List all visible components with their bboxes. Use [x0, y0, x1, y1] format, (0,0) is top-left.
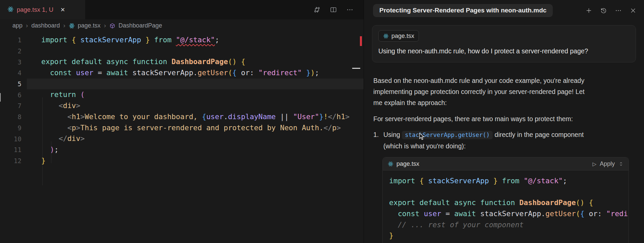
code-token: .: [224, 112, 228, 121]
code-token: div: [63, 101, 76, 110]
chat-header: Protecting Server-Rendered Pages with ne…: [364, 0, 644, 21]
line-number: 6: [0, 91, 21, 99]
activity-bar-indicator: [0, 93, 1, 102]
code-line: // ... rest of your component: [389, 220, 629, 231]
code-token: This page is server-rendered and protect…: [80, 124, 324, 132]
code-token: =: [93, 68, 106, 77]
code-token: user: [424, 209, 441, 218]
line-number: 7: [0, 102, 21, 109]
apply-button[interactable]: Apply: [600, 158, 615, 169]
code-token: p: [332, 124, 336, 132]
breadcrumb: app › dashboard › page.tsx › DashboardPa…: [0, 19, 364, 32]
code-token: >: [76, 101, 80, 110]
response-paragraph: For server-rendered pages, there are two…: [373, 113, 601, 125]
code-token: export default async function: [389, 198, 519, 207]
code-token: [389, 209, 398, 218]
chat-title-tab[interactable]: Protecting Server-Rendered Pages with ne…: [373, 4, 553, 17]
code-token: (: [80, 90, 85, 99]
line-number: 11: [0, 146, 21, 153]
expand-icon[interactable]: [618, 161, 624, 167]
code-token: {: [232, 68, 237, 77]
code-line: 3export default async function Dashboard…: [0, 56, 364, 67]
code-token: [424, 177, 428, 185]
list-marker: 1.: [373, 129, 383, 152]
line-number: 12: [0, 157, 21, 164]
line-number: 10: [0, 135, 21, 143]
code-line: 10 </div>: [0, 133, 364, 144]
code-token: !: [323, 112, 328, 121]
attached-file-label: page.tsx: [391, 33, 414, 40]
code-token: div: [67, 134, 80, 143]
breadcrumb-dashboard[interactable]: dashboard: [31, 22, 60, 29]
code-token: =: [441, 209, 454, 218]
chat-conversation[interactable]: page.tsx Using the neon-auth.mdc rule, h…: [364, 21, 644, 243]
code-token: p: [72, 124, 76, 132]
history-icon[interactable]: [600, 7, 607, 14]
chat-pane: Protecting Server-Rendered Pages with ne…: [364, 0, 644, 243]
new-chat-icon[interactable]: [585, 7, 592, 14]
code-token: import: [389, 177, 420, 185]
code-token: "redir: [606, 209, 629, 218]
code-line: 1import { stackServerApp } from "@/stack…: [0, 35, 364, 46]
symbol-cube-icon: [109, 22, 115, 29]
breadcrumb-separator: ›: [63, 22, 65, 30]
more-options-icon[interactable]: [615, 7, 622, 14]
code-token: h1: [336, 112, 345, 121]
code-token: ;: [315, 68, 319, 77]
breadcrumb-separator: ›: [104, 22, 106, 30]
code-token: (: [576, 209, 580, 218]
code-token: {: [72, 36, 76, 44]
tab-page-tsx[interactable]: page.tsx 1, U ✕: [0, 0, 85, 19]
code-token: <: [59, 101, 63, 110]
open-changes-icon[interactable]: [313, 6, 321, 13]
numbered-list-item: 1. Using stackServerApp.getUser() direct…: [373, 129, 601, 152]
code-editor[interactable]: 1import { stackServerApp } from "@/stack…: [0, 32, 364, 166]
tab-label: page.tsx 1, U: [17, 6, 53, 13]
code-token: >: [76, 124, 80, 132]
code-token: await: [454, 209, 480, 218]
code-token: (: [228, 68, 232, 77]
assistant-response: Based on the neon-auth.mdc rule and your…: [364, 62, 644, 243]
code-token: [41, 112, 67, 121]
split-editor-icon[interactable]: [330, 6, 337, 13]
code-token: ): [311, 68, 315, 77]
code-token: getUser: [545, 209, 576, 218]
code-token: }: [319, 112, 324, 121]
breadcrumb-app[interactable]: app: [12, 22, 22, 29]
code-token: {: [580, 209, 585, 218]
code-block-filename: page.tsx: [396, 158, 419, 169]
code-token: [76, 36, 80, 44]
code-token: [41, 68, 50, 77]
code-token: from: [498, 177, 524, 185]
breadcrumb-separator: ›: [25, 22, 28, 30]
code-token: or:: [237, 68, 259, 77]
code-token: </: [328, 112, 336, 121]
code-token: // ... rest of your component: [398, 221, 524, 229]
tab-bar: page.tsx 1, U ✕: [0, 0, 364, 19]
code-token: stackServerApp.: [480, 209, 545, 218]
breadcrumb-symbol[interactable]: DashboardPage: [118, 22, 162, 29]
code-token: h1: [72, 112, 80, 121]
code-line: [389, 187, 629, 198]
code-token: getUser: [198, 68, 228, 77]
overview-ruler-error-mark: [360, 36, 362, 46]
react-file-icon: [388, 161, 393, 167]
more-actions-icon[interactable]: [346, 6, 354, 13]
close-panel-icon[interactable]: [630, 7, 637, 14]
code-line: 12}: [0, 155, 364, 166]
attached-file-chip[interactable]: page.tsx: [378, 30, 419, 42]
breadcrumb-file[interactable]: page.tsx: [78, 22, 101, 29]
list-content: Using stackServerApp.getUser() directly …: [383, 129, 601, 152]
code-token: stackServerApp: [428, 177, 489, 185]
code-line: 11 );: [0, 144, 364, 155]
code-token: >: [345, 112, 350, 121]
code-token: "@/stack": [176, 36, 215, 44]
code-token: }: [306, 68, 311, 77]
code-token: [389, 221, 398, 229]
code-token: "User": [293, 112, 319, 121]
chat-code-block: page.tsx ▷ Apply import { stackServerApp…: [382, 157, 629, 243]
code-token: [41, 90, 50, 99]
chat-header-actions: [585, 7, 637, 14]
tab-close-icon[interactable]: ✕: [60, 6, 65, 13]
line-number: 3: [0, 58, 21, 66]
